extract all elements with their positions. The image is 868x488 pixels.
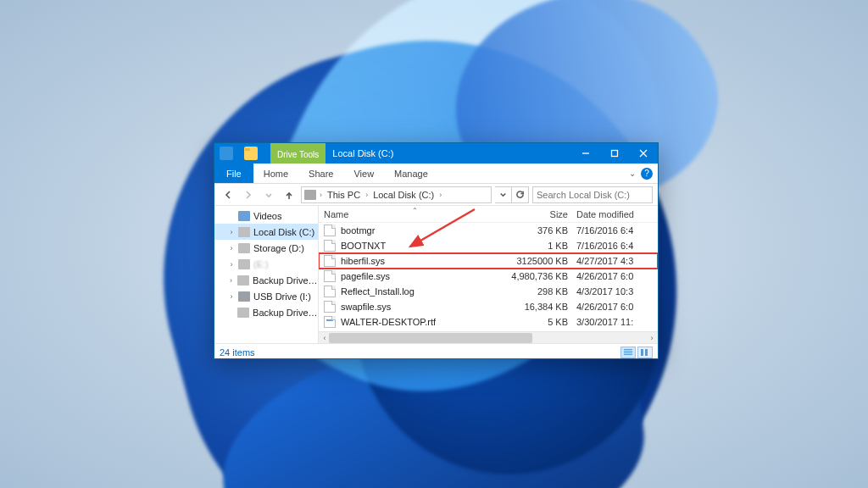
file-date: 4/26/2017 6:0 [576,271,658,281]
file-icon [324,301,336,313]
file-size: 4,980,736 KB [507,271,576,281]
svg-rect-1 [612,151,618,157]
file-icon [324,255,336,267]
help-icon[interactable]: ? [641,168,653,180]
drive-icon [237,275,249,286]
file-row[interactable]: swapfile.sys16,384 KB4/26/2017 6:0 [319,299,658,314]
drive-icon [304,190,316,200]
file-size: 298 KB [507,286,576,297]
file-name: bootmgr [341,225,507,236]
window-controls [571,143,658,164]
tab-share[interactable]: Share [298,164,343,183]
nav-item-label: Local Disk (C:) [253,227,314,237]
column-headers[interactable]: ⌃ Name Size Date modified [319,206,658,223]
scroll-right-icon[interactable]: › [646,332,658,343]
tab-view[interactable]: View [343,164,384,183]
file-date: 4/27/2017 4:3 [576,256,658,266]
address-history-button[interactable] [495,186,512,203]
nav-item[interactable]: ›USB Drive (I:) [214,288,318,304]
sort-indicator-icon: ⌃ [412,207,418,214]
address-bar[interactable]: › This PC › Local Disk (C:) › [301,186,492,203]
refresh-button[interactable] [512,186,529,203]
expand-icon[interactable]: › [228,228,235,236]
folder-icon[interactable] [244,147,258,160]
file-row[interactable]: BOOTNXT1 KB7/16/2016 6:4 [319,238,658,253]
file-name: hiberfil.sys [341,256,507,266]
nav-item-label: (E:) [253,259,269,269]
chevron-right-icon[interactable]: › [437,191,443,199]
file-rows: bootmgr376 KB7/16/2016 6:4BOOTNXT1 KB7/1… [319,223,658,331]
file-icon [324,225,336,236]
up-button[interactable] [281,186,298,203]
file-icon [324,240,336,252]
nav-item-label: Videos [253,211,281,221]
file-menu[interactable]: File [214,164,253,183]
expand-icon[interactable]: › [228,260,235,269]
nav-item-label: Storage (D:) [253,243,304,253]
collapse-ribbon-icon[interactable]: ⌄ [629,169,636,178]
nav-item[interactable]: Backup Drive (H:) [214,304,318,320]
nav-item[interactable]: ›Local Disk (C:) [214,224,318,240]
expand-icon[interactable]: › [228,244,235,252]
usb-icon [238,291,250,302]
file-row[interactable]: hiberfil.sys3125000 KB4/27/2017 4:3 [319,253,658,269]
breadcrumb-segment[interactable]: Local Disk (C:) [371,190,436,200]
file-row[interactable]: pagefile.sys4,980,736 KB4/26/2017 6:0 [319,269,658,284]
file-list-pane: ⌃ Name Size Date modified bootmgr376 KB7… [319,206,658,343]
close-button[interactable] [629,143,658,164]
contextual-tab-label: Drive Tools [277,150,319,159]
vid-icon [238,211,250,221]
window-title: Local Disk (C:) [326,143,571,164]
nav-item[interactable]: Videos [214,208,318,224]
drive-icon [238,227,250,237]
quick-access-toolbar [214,143,270,164]
expand-icon[interactable]: › [228,292,235,301]
file-row[interactable]: Reflect_Install.log298 KB4/3/2017 10:3 [319,284,658,299]
file-name: Reflect_Install.log [341,286,507,297]
titlebar[interactable]: Drive Tools Local Disk (C:) [214,143,658,164]
file-name: BOOTNXT [341,241,507,251]
status-bar: 24 items [214,343,658,360]
chevron-right-icon[interactable]: › [364,191,370,199]
nav-item-label: USB Drive (I:) [253,291,311,302]
drive-icon [238,259,250,269]
maximize-button[interactable] [600,143,629,164]
search-input[interactable] [537,190,654,200]
file-size: 16,384 KB [507,302,576,312]
scrollbar-thumb[interactable] [329,333,532,343]
drive-icon [238,243,250,253]
chevron-right-icon[interactable]: › [318,191,324,199]
back-button[interactable] [220,186,236,203]
recent-locations-button[interactable] [260,186,277,203]
breadcrumb-segment[interactable]: This PC [326,190,362,200]
file-date: 4/3/2017 10:3 [576,286,658,297]
icons-view-button[interactable] [637,347,653,358]
details-view-button[interactable] [620,347,636,358]
file-date: 3/30/2017 11: [576,317,658,327]
column-header-size[interactable]: Size [507,209,576,219]
ribbon: File Home Share View Manage ⌄ ? [214,164,658,184]
file-row[interactable]: bootmgr376 KB7/16/2016 6:4 [319,223,658,238]
nav-item[interactable]: ›(E:) [214,256,318,272]
file-icon [324,286,336,297]
item-count: 24 items [220,347,255,358]
file-name: WALTER-DESKTOP.rtf [341,317,507,327]
contextual-tab-drive-tools[interactable]: Drive Tools [270,143,326,164]
expand-icon[interactable]: › [228,276,234,285]
file-name: swapfile.sys [341,302,507,312]
horizontal-scrollbar[interactable]: ‹ › [319,331,658,343]
nav-item[interactable]: ›Storage (D:) [214,240,318,256]
nav-item[interactable]: ›Backup Drive (H:) [214,272,318,288]
search-box[interactable] [532,186,653,203]
file-row[interactable]: WALTER-DESKTOP.rtf5 KB3/30/2017 11: [319,314,658,330]
explorer-window: Drive Tools Local Disk (C:) File Home Sh… [214,142,659,359]
minimize-button[interactable] [571,143,600,164]
nav-item-label: Backup Drive (H:) [253,275,318,286]
nav-item-label: Backup Drive (H:) [253,308,318,318]
file-date: 4/26/2017 6:0 [576,302,658,312]
forward-button[interactable] [240,186,257,203]
column-header-date[interactable]: Date modified [576,209,658,219]
navigation-pane[interactable]: Videos›Local Disk (C:)›Storage (D:)›(E:)… [214,206,319,343]
tab-home[interactable]: Home [253,164,298,183]
tab-manage[interactable]: Manage [384,164,438,183]
